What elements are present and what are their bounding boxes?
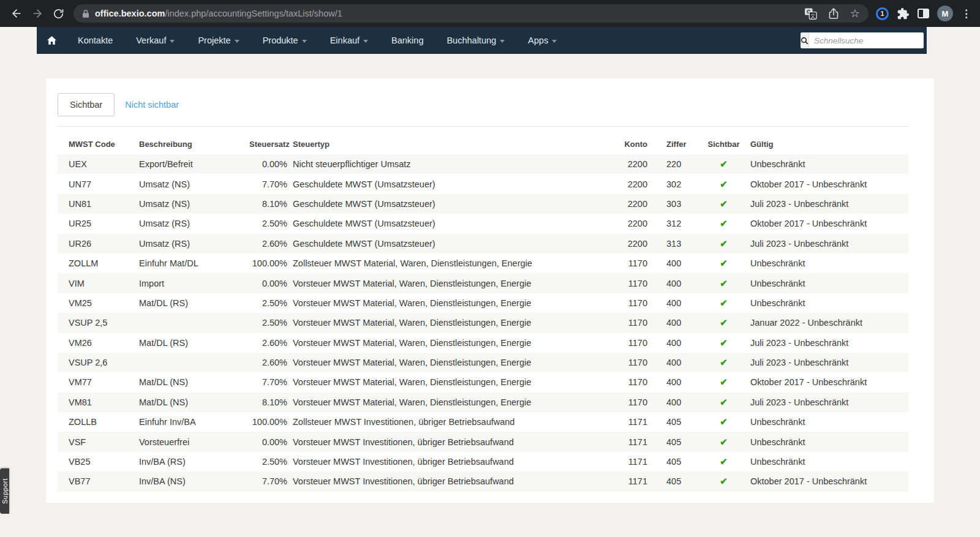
cell-sichtbar: ✔ [704, 174, 744, 193]
column-header-gueltig: Gültig [744, 127, 908, 154]
cell-gueltig: Unbeschränkt [744, 452, 908, 471]
nav-item-label: Produkte [263, 36, 298, 45]
visible-check-icon: ✔ [720, 238, 728, 249]
cell-sichtbar: ✔ [704, 372, 744, 392]
address-bar[interactable]: office.bexio.com/index.php/accountingSet… [74, 4, 869, 23]
visible-check-icon: ✔ [720, 298, 728, 308]
nav-item-label: Einkauf [330, 36, 360, 45]
cell-konto: 1171 [624, 412, 652, 432]
profile-avatar[interactable]: M [937, 6, 953, 21]
home-button[interactable] [37, 27, 66, 54]
cell-gueltig: Oktober 2017 - Unbeschränkt [744, 174, 908, 193]
nav-item-label: Banking [391, 36, 423, 45]
support-tab[interactable]: Support [0, 468, 9, 514]
forward-button[interactable] [27, 3, 48, 24]
nav-item-banking[interactable]: Banking [380, 27, 435, 54]
cell-steuersatz: 7.70% [249, 174, 287, 193]
cell-beschreibung: Einfuhr Inv/BA [139, 412, 249, 432]
cell-beschreibung: Export/Befreit [139, 154, 249, 174]
table-row[interactable]: UN77Umsatz (NS)7.70%Geschuldete MWST (Um… [58, 174, 908, 193]
cell-sichtbar: ✔ [704, 214, 744, 233]
cell-gueltig: Juli 2023 - Unbeschränkt [744, 333, 908, 353]
quick-search [801, 32, 924, 48]
cell-konto: 1170 [624, 253, 652, 273]
nav-item-projekte[interactable]: Projekte [186, 27, 251, 54]
cell-konto: 1170 [624, 293, 652, 313]
side-panel-icon[interactable] [918, 9, 929, 18]
onepassword-extension-icon[interactable]: 1 [876, 7, 889, 20]
table-row[interactable]: VB25Inv/BA (RS)2.50%Vorsteuer MWST Inves… [58, 452, 908, 471]
nav-item-produkte[interactable]: Produkte [251, 27, 318, 54]
back-button[interactable] [6, 3, 27, 24]
quick-search-input[interactable] [809, 32, 924, 48]
cell-sichtbar: ✔ [704, 471, 744, 491]
nav-item-label: Buchhaltung [447, 36, 496, 45]
table-row[interactable]: VSUP 2,62.60%Vorsteuer MWST Material, Wa… [58, 353, 908, 372]
nav-item-kontakte[interactable]: Kontakte [66, 27, 124, 54]
chevron-down-icon [170, 40, 175, 43]
column-header-ziffer: Ziffer [652, 127, 704, 154]
table-row[interactable]: VM26Mat/DL (RS)2.60%Vorsteuer MWST Mater… [58, 333, 908, 353]
table-row[interactable]: VM81Mat/DL (NS)8.10%Vorsteuer MWST Mater… [58, 392, 908, 412]
table-row[interactable]: VB77Inv/BA (NS)7.70%Vorsteuer MWST Inves… [58, 471, 908, 491]
arrow-left-icon [10, 7, 23, 20]
table-row[interactable]: ZOLLBEinfuhr Inv/BA100.00%Zollsteuer MWS… [58, 412, 908, 432]
cell-sichtbar: ✔ [704, 392, 744, 412]
translate-icon[interactable]: G文 [804, 7, 817, 20]
search-button[interactable] [801, 32, 809, 48]
cell-steuertyp: Vorsteuer MWST Material, Waren, Dienstle… [287, 392, 624, 412]
cell-beschreibung: Mat/DL (NS) [139, 372, 249, 392]
table-header-row: MWST CodeBeschreibungSteuersatzSteuertyp… [58, 127, 908, 154]
table-row[interactable]: UR26Umsatz (RS)2.60%Geschuldete MWST (Um… [58, 234, 908, 253]
cell-sichtbar: ✔ [704, 234, 744, 253]
reload-button[interactable] [48, 3, 69, 24]
cell-steuertyp: Vorsteuer MWST Material, Waren, Dienstle… [287, 273, 624, 293]
table-row[interactable]: VSFVorsteuerfrei0.00%Vorsteuer MWST Inve… [58, 432, 908, 451]
reload-icon [53, 8, 64, 20]
tab-sichtbar[interactable]: Sichtbar [58, 93, 115, 116]
cell-konto: 1170 [624, 313, 652, 332]
cell-sichtbar: ✔ [704, 273, 744, 293]
cell-beschreibung: Import [139, 273, 249, 293]
column-header-code: MWST Code [58, 127, 139, 154]
cell-steuersatz: 100.00% [249, 412, 287, 432]
column-header-beschreibung: Beschreibung [139, 127, 249, 154]
cell-ziffer: 400 [652, 353, 704, 372]
tab-nicht-sichtbar[interactable]: Nicht sichtbar [125, 100, 179, 110]
cell-beschreibung: Umsatz (NS) [139, 194, 249, 214]
nav-item-buchhaltung[interactable]: Buchhaltung [435, 27, 516, 54]
chevron-down-icon [363, 40, 368, 43]
table-row[interactable]: VM77Mat/DL (NS)7.70%Vorsteuer MWST Mater… [58, 372, 908, 392]
cell-code: UN81 [58, 194, 139, 214]
table-row[interactable]: UR25Umsatz (RS)2.50%Geschuldete MWST (Um… [58, 214, 908, 233]
table-row[interactable]: UEXExport/Befreit0.00%Nicht steuerpflich… [58, 154, 908, 174]
table-row[interactable]: VIMImport0.00%Vorsteuer MWST Material, W… [58, 273, 908, 293]
table-row[interactable]: VSUP 2,52.50%Vorsteuer MWST Material, Wa… [58, 313, 908, 332]
tax-table: MWST CodeBeschreibungSteuersatzSteuertyp… [58, 127, 908, 492]
bookmark-star-icon[interactable]: ☆ [850, 8, 860, 19]
extensions-puzzle-icon[interactable] [897, 7, 910, 20]
nav-item-apps[interactable]: Apps [516, 27, 568, 54]
cell-steuersatz: 2.50% [249, 214, 287, 233]
cell-steuersatz: 2.50% [249, 452, 287, 471]
cell-steuertyp: Vorsteuer MWST Material, Waren, Dienstle… [287, 293, 624, 313]
cell-konto: 1170 [624, 353, 652, 372]
cell-gueltig: Oktober 2017 - Unbeschränkt [744, 372, 908, 392]
nav-item-label: Projekte [198, 36, 230, 45]
share-icon[interactable] [828, 7, 839, 20]
nav-item-label: Verkauf [136, 36, 166, 45]
cell-ziffer: 220 [652, 154, 704, 174]
table-row[interactable]: VM25Mat/DL (RS)2.50%Vorsteuer MWST Mater… [58, 293, 908, 313]
nav-item-label: Apps [528, 36, 548, 45]
browser-menu-icon[interactable]: ⋮ [961, 9, 971, 19]
table-row[interactable]: ZOLLMEinfuhr Mat/DL100.00%Zollsteuer MWS… [58, 253, 908, 273]
cell-sichtbar: ✔ [704, 353, 744, 372]
cell-sichtbar: ✔ [704, 194, 744, 214]
table-row[interactable]: UN81Umsatz (NS)8.10%Geschuldete MWST (Um… [58, 194, 908, 214]
cell-beschreibung: Mat/DL (RS) [139, 333, 249, 353]
nav-item-verkauf[interactable]: Verkauf [124, 27, 186, 54]
cell-steuersatz: 2.60% [249, 234, 287, 253]
cell-sichtbar: ✔ [704, 313, 744, 332]
cell-steuersatz: 8.10% [249, 392, 287, 412]
nav-item-einkauf[interactable]: Einkauf [318, 27, 380, 54]
